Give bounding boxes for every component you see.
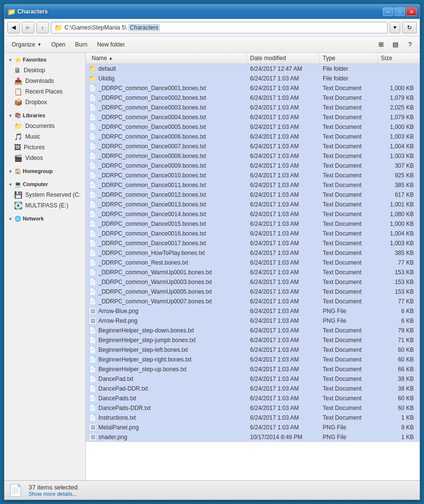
col-size-header[interactable]: Size xyxy=(378,53,417,63)
file-date-cell: 6/24/2017 1:03 AM xyxy=(247,424,320,431)
table-row[interactable]: 🖼 Arrow-Red.png 6/24/2017 1:03 AM PNG Fi… xyxy=(86,316,420,326)
table-row[interactable]: 📄 DancePad-DDR.txt 6/24/2017 1:03 AM Tex… xyxy=(86,384,420,394)
sidebar-item-videos[interactable]: 🎬 Videos xyxy=(4,153,85,163)
file-name-cell: 📄 _DDRPC_common_Dance0009.bones.txt xyxy=(89,162,247,169)
file-name-text: shader.png xyxy=(98,434,127,441)
file-name-text: BeginnerHelper_step-left.bones.txt xyxy=(98,346,188,353)
table-row[interactable]: 📄 DancePads-DDR.txt 6/24/2017 1:03 AM Te… xyxy=(86,403,420,413)
file-type-cell: Text Document xyxy=(320,279,378,285)
address-dropdown-button[interactable]: ▼ xyxy=(390,22,400,33)
sidebar-item-downloads[interactable]: 📥 Downloads xyxy=(4,76,85,86)
table-row[interactable]: 📄 _DDRPC_common_Dance0014.bones.txt 6/24… xyxy=(86,209,420,219)
sidebar-item-system-reserved[interactable]: 💾 System Reserved (C: xyxy=(4,189,85,200)
col-name-header[interactable]: Name ▲ xyxy=(89,53,247,63)
burn-button[interactable]: Burn xyxy=(71,38,92,51)
sidebar-favorites-header[interactable]: ▼ ⭐ Favorites xyxy=(4,55,85,65)
file-type-cell: Text Document xyxy=(320,201,378,208)
table-row[interactable]: 📄 DancePad.txt 6/24/2017 1:03 AM Text Do… xyxy=(86,374,420,384)
organize-button[interactable]: Organize ▼ xyxy=(7,38,46,51)
sidebar-item-recent-places[interactable]: 📋 Recent Places xyxy=(4,86,85,97)
table-row[interactable]: 📄 _DDRPC_common_Rest.bones.txt 6/24/2017… xyxy=(86,258,420,268)
sidebar-item-documents[interactable]: 📁 Documents xyxy=(4,121,85,131)
file-name-text: _DDRPC_common_Dance0008.bones.txt xyxy=(98,153,206,159)
file-size-cell: 38 KB xyxy=(378,385,417,392)
txt-icon: 📄 xyxy=(89,104,96,111)
table-row[interactable]: 📄 _DDRPC_common_Dance0012.bones.txt 6/24… xyxy=(86,190,420,200)
sidebar-item-pictures[interactable]: 🖼 Pictures xyxy=(4,142,85,153)
image-icon: 🖼 xyxy=(89,424,96,431)
burn-label: Burn xyxy=(75,41,87,48)
file-type-cell: Text Document xyxy=(320,288,378,295)
file-name-cell: 📄 BeginnerHelper_step-down.bones.txt xyxy=(89,327,247,334)
refresh-button[interactable]: ↻ xyxy=(402,22,417,33)
explorer-window: 📁 Characters ─ □ ✕ ◀ ▶ ↑ 📁 C:\Games\Step… xyxy=(4,4,420,500)
txt-icon: 📄 xyxy=(89,162,96,169)
forward-button[interactable]: ▶ xyxy=(22,22,34,33)
table-row[interactable]: 📄 _DDRPC_common_WarmUp0007.bones.txt 6/2… xyxy=(86,297,420,306)
folder-icon-address: 📁 xyxy=(54,24,63,32)
view-options-button[interactable]: ⊞ xyxy=(374,38,388,51)
up-button[interactable]: ↑ xyxy=(36,22,49,33)
table-row[interactable]: 📄 _DDRPC_common_WarmUp0005.bones.txt 6/2… xyxy=(86,287,420,297)
table-row[interactable]: 🖼 MetalPanel.png 6/24/2017 1:03 AM PNG F… xyxy=(86,423,420,432)
table-row[interactable]: 📄 _DDRPC_common_Dance0013.bones.txt 6/24… xyxy=(86,200,420,209)
file-name-cell: 📄 BeginnerHelper_step-right.bones.txt xyxy=(89,356,247,363)
address-field[interactable]: 📁 C:\Games\StepMania 5\ Characters xyxy=(51,22,388,33)
sidebar-item-music[interactable]: 🎵 Music xyxy=(4,131,85,142)
file-type-cell: Text Document xyxy=(320,220,378,227)
table-row[interactable]: 📄 _DDRPC_common_Dance0009.bones.txt 6/24… xyxy=(86,161,420,171)
table-row[interactable]: 📄 _DDRPC_common_Dance0010.bones.txt 6/24… xyxy=(86,171,420,180)
table-row[interactable]: 📄 _DDRPC_common_WarmUp0001.bones.txt 6/2… xyxy=(86,268,420,277)
help-button[interactable]: ? xyxy=(403,38,417,51)
table-row[interactable]: 📄 _DDRPC_common_Dance0011.bones.txt 6/24… xyxy=(86,180,420,190)
file-date-cell: 6/24/2017 1:03 AM xyxy=(247,162,320,169)
table-row[interactable]: 📁 Ukidig 6/24/2017 1:03 AM File folder xyxy=(86,74,420,83)
table-row[interactable]: 📄 _DDRPC_common_Dance0004.bones.txt 6/24… xyxy=(86,112,420,122)
file-date-cell: 6/24/2017 1:03 AM xyxy=(247,172,320,179)
sidebar-item-desktop[interactable]: 🖥 Desktop xyxy=(4,65,85,76)
file-type-cell: Text Document xyxy=(320,191,378,198)
sidebar-item-dropbox[interactable]: 📦 Dropbox xyxy=(4,97,85,108)
sidebar-homegroup-header[interactable]: ▼ 🏠 Homegroup xyxy=(4,166,85,176)
table-row[interactable]: 📁 default 6/24/2017 12:47 AM File folder xyxy=(86,64,420,74)
table-row[interactable]: 📄 _DDRPC_common_Dance0002.bones.txt 6/24… xyxy=(86,93,420,103)
table-row[interactable]: 📄 _DDRPC_common_HowToPlay.bones.txt 6/24… xyxy=(86,248,420,258)
new-folder-button[interactable]: New folder xyxy=(93,38,129,51)
table-row[interactable]: 📄 _DDRPC_common_Dance0008.bones.txt 6/24… xyxy=(86,151,420,161)
table-row[interactable]: 📄 _DDRPC_common_Dance0003.bones.txt 6/24… xyxy=(86,103,420,112)
sidebar-libraries-header[interactable]: ▼ 📚 Libraries xyxy=(4,110,85,121)
preview-pane-button[interactable]: ▤ xyxy=(389,38,402,51)
table-row[interactable]: 📄 Instructions.txt 6/24/2017 1:03 AM Tex… xyxy=(86,413,420,423)
table-row[interactable]: 📄 _DDRPC_common_Dance0015.bones.txt 6/24… xyxy=(86,219,420,229)
table-row[interactable]: 📄 _DDRPC_common_Dance0005.bones.txt 6/24… xyxy=(86,122,420,132)
col-date-header[interactable]: Date modified xyxy=(247,53,320,63)
table-row[interactable]: 📄 _DDRPC_common_Dance0001.bones.txt 6/24… xyxy=(86,83,420,93)
toolbar-right: ⊞ ▤ ? xyxy=(374,38,417,51)
file-size-cell: 1,000 KB xyxy=(378,220,417,227)
table-row[interactable]: 📄 _DDRPC_common_Dance0006.bones.txt 6/24… xyxy=(86,132,420,142)
table-row[interactable]: 📄 _DDRPC_common_WarmUp0003.bones.txt 6/2… xyxy=(86,277,420,287)
sidebar-item-multipass[interactable]: 💽 MULTIPASS (E:) xyxy=(4,200,85,211)
table-row[interactable]: 📄 BeginnerHelper_step-left.bones.txt 6/2… xyxy=(86,345,420,355)
table-row[interactable]: 📄 BeginnerHelper_step-down.bones.txt 6/2… xyxy=(86,326,420,335)
table-row[interactable]: 🖼 Arrow-Blue.png 6/24/2017 1:03 AM PNG F… xyxy=(86,306,420,316)
sidebar-network-header[interactable]: ▼ 🌐 Network xyxy=(4,214,85,224)
table-row[interactable]: 📄 _DDRPC_common_Dance0017.bones.txt 6/24… xyxy=(86,238,420,248)
table-row[interactable]: 📄 BeginnerHelper_step-up.bones.txt 6/24/… xyxy=(86,364,420,374)
table-row[interactable]: 📄 _DDRPC_common_Dance0016.bones.txt 6/24… xyxy=(86,229,420,238)
minimize-button[interactable]: ─ xyxy=(383,7,393,16)
table-row[interactable]: 📄 BeginnerHelper_step-jumplr.bones.txt 6… xyxy=(86,335,420,345)
table-row[interactable]: 📄 BeginnerHelper_step-right.bones.txt 6/… xyxy=(86,355,420,364)
sidebar-computer-header[interactable]: ▼ 💻 Computer xyxy=(4,179,85,189)
table-row[interactable]: 🖼 shader.png 10/17/2014 8:49 PM PNG File… xyxy=(86,432,420,442)
table-row[interactable]: 📄 DancePads.txt 6/24/2017 1:03 AM Text D… xyxy=(86,394,420,403)
status-detail-link[interactable]: Show more details... xyxy=(29,491,78,497)
maximize-button[interactable]: □ xyxy=(394,7,405,16)
table-row[interactable]: 📄 _DDRPC_common_Dance0007.bones.txt 6/24… xyxy=(86,142,420,151)
close-button[interactable]: ✕ xyxy=(406,7,417,16)
file-size-cell: 38 KB xyxy=(378,376,417,382)
back-button[interactable]: ◀ xyxy=(7,22,20,33)
col-type-header[interactable]: Type xyxy=(320,53,378,63)
txt-icon: 📄 xyxy=(89,268,96,276)
open-button[interactable]: Open xyxy=(47,38,70,51)
